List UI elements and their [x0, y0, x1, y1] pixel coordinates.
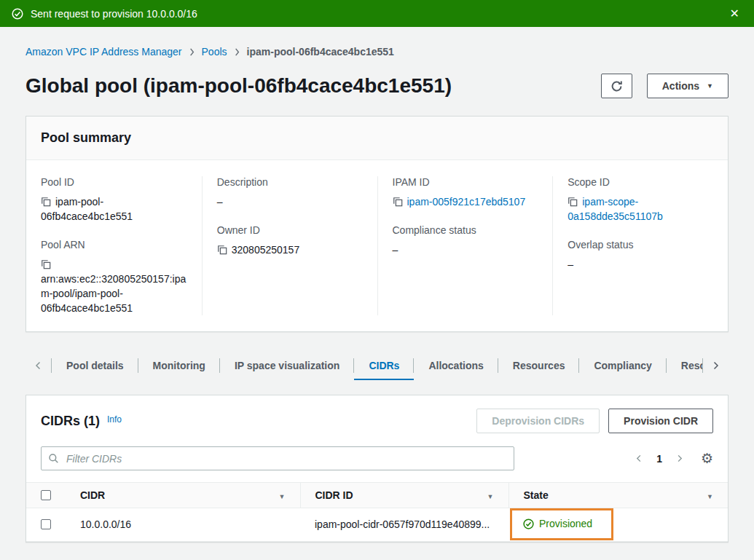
- row-select-cell: [26, 508, 66, 542]
- summary-column-3: IPAM ID ipam-005f921c17ebd5107 Complianc…: [377, 176, 553, 315]
- pool-summary-header: Pool summary: [26, 117, 728, 160]
- pool-summary-title: Pool summary: [41, 130, 713, 146]
- cidrs-title: CIDRs (1): [41, 414, 100, 429]
- chevron-left-icon: [34, 360, 43, 371]
- pool-summary-grid: Pool ID ipam-pool-06fb4cace4bc1e551 Pool…: [26, 160, 728, 331]
- filter-box: [41, 446, 514, 470]
- sort-caret-icon: ▼: [707, 493, 713, 500]
- breadcrumb-current: ipam-pool-06fb4cace4bc1e551: [247, 46, 394, 58]
- state-cell: Provisioned: [508, 508, 728, 542]
- chevron-left-icon: [635, 454, 643, 463]
- page-title: Global pool (ipam-pool-06fb4cace4bc1e551…: [25, 74, 452, 98]
- next-page-button[interactable]: [674, 452, 685, 465]
- tab-compliancy[interactable]: Compliancy: [579, 351, 666, 380]
- cidrs-table: CIDR▼ CIDR ID▼ State▼ 10.0.0.0/16 ipam-p…: [26, 482, 728, 542]
- column-header-cidr-label: CIDR: [80, 489, 105, 501]
- page-header: Global pool (ipam-pool-06fb4cace4bc1e551…: [25, 74, 729, 98]
- pool-arn-field: Pool ARN arn:aws:ec2::320805250157:ipam-…: [41, 239, 187, 315]
- scope-id-field: Scope ID ipam-scope-0a158dde35c51107b: [568, 176, 713, 224]
- chevron-right-icon: [234, 48, 240, 56]
- status-badge: Provisioned: [523, 518, 592, 529]
- notification-message: Sent request to provision 10.0.0.0/16: [31, 8, 727, 20]
- tabs-scroll-left-button[interactable]: [25, 351, 52, 380]
- tab-ip-space-visualization[interactable]: IP space visualization: [220, 351, 354, 380]
- select-all-checkbox[interactable]: [41, 490, 51, 500]
- tabs-scroll-right-button[interactable]: [702, 351, 729, 380]
- refresh-icon: [610, 80, 623, 92]
- pool-arn-label: Pool ARN: [41, 239, 187, 251]
- sort-caret-icon: ▼: [279, 493, 286, 500]
- chevron-right-icon: [675, 454, 683, 463]
- copy-icon[interactable]: [393, 197, 403, 209]
- summary-column-1: Pool ID ipam-pool-06fb4cace4bc1e551 Pool…: [26, 176, 202, 315]
- ipam-id-label: IPAM ID: [393, 176, 538, 188]
- description-label: Description: [217, 176, 363, 188]
- tab-monitoring[interactable]: Monitoring: [138, 351, 220, 380]
- pool-id-label: Pool ID: [41, 176, 187, 188]
- cidrs-actions: Deprovision CIDRs Provision CIDR: [476, 409, 713, 433]
- close-icon[interactable]: ✕: [727, 5, 742, 23]
- previous-page-button[interactable]: [634, 452, 645, 465]
- copy-icon[interactable]: [41, 197, 51, 209]
- cidrs-panel-header: CIDRs (1) Info Deprovision CIDRs Provisi…: [26, 395, 728, 442]
- table-row: 10.0.0.0/16 ipam-pool-cidr-0657f970d119e…: [26, 508, 728, 542]
- compliance-status-label: Compliance status: [393, 224, 538, 236]
- actions-button-label: Actions: [662, 80, 699, 92]
- tab-resources[interactable]: Resources: [498, 351, 580, 380]
- status-label: Provisioned: [539, 518, 592, 529]
- filter-cidrs-input[interactable]: [41, 446, 514, 470]
- owner-id-field: Owner ID 320805250157: [217, 224, 363, 257]
- page-actions: Actions ▼: [601, 74, 729, 98]
- deprovision-cidrs-button: Deprovision CIDRs: [476, 409, 600, 433]
- tabs-strip: Pool details Monitoring IP space visuali…: [52, 351, 702, 380]
- success-check-circle-icon: [12, 8, 23, 20]
- check-circle-icon: [523, 518, 534, 529]
- pool-id-value: ipam-pool-06fb4cace4bc1e551: [41, 196, 133, 222]
- scope-id-label: Scope ID: [568, 176, 713, 188]
- tab-bar: Pool details Monitoring IP space visuali…: [25, 351, 729, 380]
- tab-pool-details[interactable]: Pool details: [52, 351, 138, 380]
- column-header-state-label: State: [524, 489, 549, 501]
- cidr-cell: 10.0.0.0/16: [66, 508, 300, 542]
- description-value: –: [217, 194, 363, 209]
- column-header-cidr[interactable]: CIDR▼: [66, 483, 300, 508]
- pool-arn-value: arn:aws:ec2::320805250157:ipam-pool/ipam…: [41, 273, 186, 314]
- description-field: Description –: [217, 176, 363, 209]
- copy-icon[interactable]: [568, 197, 578, 209]
- chevron-down-icon: ▼: [707, 83, 713, 90]
- sort-caret-icon: ▼: [487, 493, 494, 500]
- overlap-status-field: Overlap status –: [568, 239, 713, 272]
- copy-icon[interactable]: [217, 245, 227, 257]
- ipam-id-link[interactable]: ipam-005f921c17ebd5107: [407, 196, 526, 208]
- info-link[interactable]: Info: [107, 414, 122, 425]
- refresh-button[interactable]: [601, 74, 632, 98]
- overlap-status-value: –: [568, 257, 713, 272]
- ipam-id-field: IPAM ID ipam-005f921c17ebd5107: [393, 176, 538, 209]
- column-header-state[interactable]: State▼: [508, 483, 728, 508]
- row-checkbox[interactable]: [41, 519, 51, 529]
- cidrs-filter-row: 1 ⚙: [26, 442, 728, 482]
- tab-cidrs[interactable]: CIDRs: [354, 351, 414, 380]
- summary-column-2: Description – Owner ID 320805250157: [202, 176, 377, 315]
- scope-id-link[interactable]: ipam-scope-0a158dde35c51107b: [568, 196, 663, 222]
- column-header-cidr-id[interactable]: CIDR ID▼: [300, 483, 508, 508]
- gear-icon[interactable]: ⚙: [701, 451, 713, 465]
- summary-column-4: Scope ID ipam-scope-0a158dde35c51107b Ov…: [552, 176, 728, 315]
- chevron-right-icon: [711, 360, 720, 371]
- provision-cidr-button[interactable]: Provision CIDR: [608, 409, 713, 433]
- pool-summary-card: Pool summary Pool ID ipam-pool-06fb4cace…: [25, 116, 729, 332]
- page-number[interactable]: 1: [656, 453, 662, 465]
- tab-resource-truncated[interactable]: Reso: [667, 351, 702, 380]
- cidr-id-cell: ipam-pool-cidr-0657f970d119e40899...: [300, 508, 508, 542]
- search-icon: [48, 453, 59, 467]
- table-header-row: CIDR▼ CIDR ID▼ State▼: [26, 483, 728, 508]
- compliance-status-field: Compliance status –: [393, 224, 538, 257]
- compliance-status-value: –: [393, 242, 538, 257]
- breadcrumb-ipam-link[interactable]: Amazon VPC IP Address Manager: [25, 46, 182, 58]
- breadcrumb-pools-link[interactable]: Pools: [202, 46, 227, 58]
- copy-icon[interactable]: [41, 259, 51, 272]
- chevron-right-icon: [189, 48, 195, 56]
- tab-allocations[interactable]: Allocations: [414, 351, 498, 380]
- actions-button[interactable]: Actions ▼: [647, 74, 729, 98]
- owner-id-label: Owner ID: [217, 224, 363, 236]
